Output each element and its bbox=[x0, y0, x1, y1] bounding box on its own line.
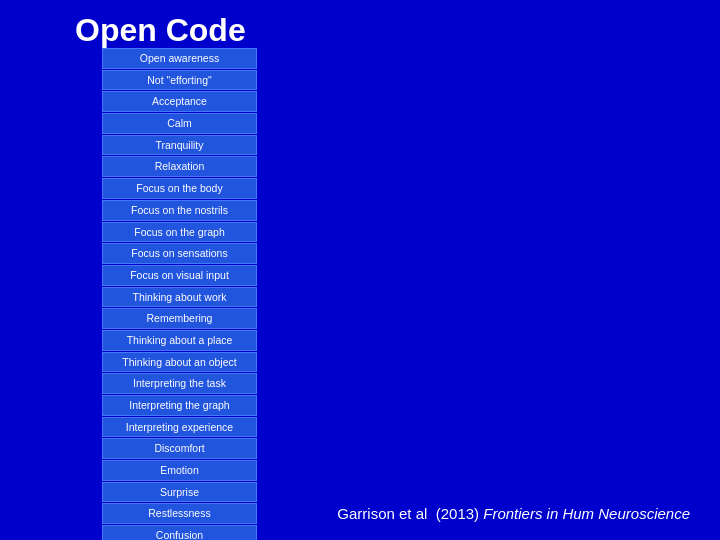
list-item: Open awareness bbox=[102, 48, 257, 69]
list-item: Relaxation bbox=[102, 156, 257, 177]
code-list: Open awarenessNot "efforting"AcceptanceC… bbox=[102, 48, 257, 540]
list-item: Focus on sensations bbox=[102, 243, 257, 264]
list-item: Confusion bbox=[102, 525, 257, 540]
list-item: Emotion bbox=[102, 460, 257, 481]
list-item: Restlessness bbox=[102, 503, 257, 524]
list-item: Surprise bbox=[102, 482, 257, 503]
list-item: Not "efforting" bbox=[102, 70, 257, 91]
list-item: Focus on the graph bbox=[102, 222, 257, 243]
list-item: Thinking about an object bbox=[102, 352, 257, 373]
list-item: Thinking about work bbox=[102, 287, 257, 308]
main-container: Open Code Open awarenessNot "efforting"A… bbox=[0, 0, 720, 540]
list-item: Focus on the nostrils bbox=[102, 200, 257, 221]
list-item: Acceptance bbox=[102, 91, 257, 112]
list-item: Focus on the body bbox=[102, 178, 257, 199]
citation: Garrison et al (2013) Frontiers in Hum N… bbox=[337, 505, 690, 522]
list-item: Tranquility bbox=[102, 135, 257, 156]
list-item: Discomfort bbox=[102, 438, 257, 459]
list-item: Interpreting experience bbox=[102, 417, 257, 438]
list-item: Remembering bbox=[102, 308, 257, 329]
list-item: Interpreting the task bbox=[102, 373, 257, 394]
list-item: Interpreting the graph bbox=[102, 395, 257, 416]
list-item: Calm bbox=[102, 113, 257, 134]
list-item: Thinking about a place bbox=[102, 330, 257, 351]
page-title: Open Code bbox=[75, 12, 246, 49]
list-item: Focus on visual input bbox=[102, 265, 257, 286]
